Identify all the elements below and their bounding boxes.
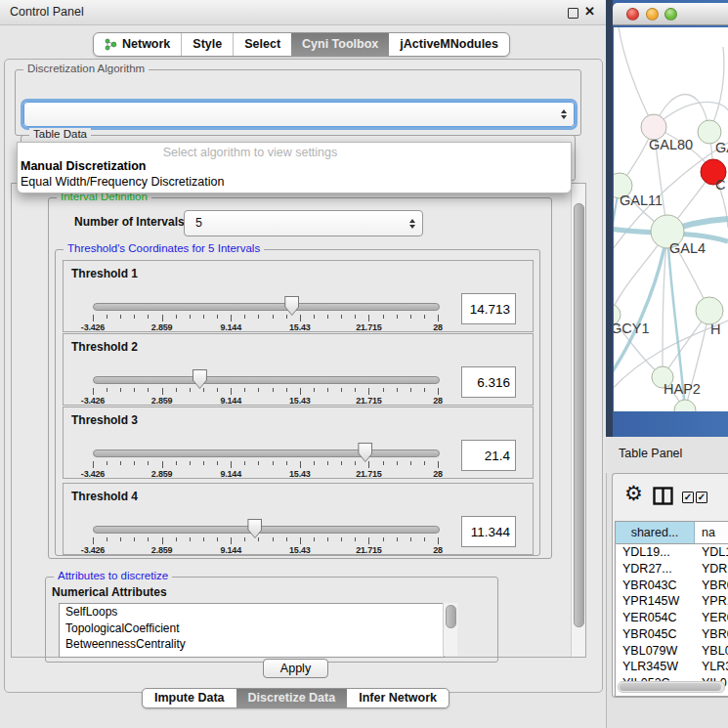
name-cell[interactable]: YPR1 <box>702 593 728 610</box>
number-of-intervals-select[interactable]: 5 <box>184 210 423 236</box>
minimize-traffic-light[interactable] <box>646 8 659 21</box>
apply-button[interactable]: Apply <box>263 659 328 678</box>
column-header-name[interactable]: na <box>695 522 728 543</box>
list-item[interactable]: SelfLoops <box>60 604 444 621</box>
list-item[interactable]: BetweennessCentrality <box>60 636 444 653</box>
tab-select[interactable]: Select <box>233 33 291 56</box>
slider-tick <box>244 461 245 465</box>
numerical-attributes-list[interactable]: SelfLoops TopologicalCoefficient Between… <box>59 603 445 658</box>
tab-impute-data[interactable]: Impute Data <box>143 689 236 707</box>
slider-thumb[interactable] <box>193 369 207 389</box>
name-cell[interactable]: YER0 <box>702 610 728 626</box>
slider-tick <box>148 537 149 541</box>
network-node-label: C <box>715 177 725 193</box>
threshold-value-field[interactable]: 14.713 <box>461 293 516 324</box>
threshold-value-field[interactable]: 6.316 <box>461 366 516 398</box>
slider-tick <box>314 537 315 541</box>
algorithm-dropdown-popup: Select algorithm to view settings Manual… <box>17 142 572 193</box>
tab-style[interactable]: Style <box>181 33 233 56</box>
slider-tick <box>148 315 149 319</box>
slider-tick-label: 9.144 <box>220 396 241 406</box>
table-row[interactable]: YER054CYER0 <box>616 610 728 626</box>
tab-cyni-toolbox-label: Cyni Toolbox <box>302 33 378 56</box>
name-cell[interactable]: YLR3 <box>702 659 728 675</box>
name-cell[interactable]: YBL0 <box>702 643 728 660</box>
tab-network[interactable]: Network <box>94 33 181 56</box>
close-traffic-light[interactable] <box>626 8 639 21</box>
shared-name-cell[interactable]: YPR145W <box>622 593 695 610</box>
name-cell[interactable]: YDR2 <box>702 561 728 578</box>
shared-name-cell[interactable]: YBL079W <box>622 643 695 660</box>
gear-icon[interactable]: ⚙ <box>624 482 643 505</box>
table-row[interactable]: YPR145WYPR1 <box>616 593 728 610</box>
network-node-label: GCY1 <box>614 321 650 336</box>
table-row[interactable]: YBL079WYBL0 <box>616 643 728 660</box>
threshold-panel: Threshold 1 -3.4262.8599.14415.4321.7152… <box>63 260 534 332</box>
slider-tick <box>438 461 439 468</box>
slider-thumb[interactable] <box>247 519 262 538</box>
table-row[interactable]: YLR345WYLR3 <box>616 659 728 675</box>
threshold-slider[interactable] <box>93 376 440 384</box>
shared-name-cell[interactable]: YBR045C <box>622 626 695 643</box>
slider-tick <box>162 315 163 321</box>
tab-style-label: Style <box>193 33 222 56</box>
column-header-shared-name[interactable]: shared... <box>616 522 695 543</box>
shared-name-cell[interactable]: YDL19... <box>622 544 695 561</box>
slider-thumb[interactable] <box>358 443 372 462</box>
settings-scrollbar[interactable] <box>571 184 585 657</box>
shared-name-cell[interactable]: YBR043C <box>622 578 695 594</box>
tab-infer-network[interactable]: Infer Network <box>347 689 449 707</box>
threshold-value-field[interactable]: 21.4 <box>461 440 516 471</box>
tab-discretize-data[interactable]: Discretize Data <box>236 689 348 707</box>
name-cell[interactable]: YDL1 <box>702 544 728 561</box>
zoom-traffic-light[interactable] <box>664 8 677 21</box>
network-node[interactable] <box>674 400 696 411</box>
tab-jactivemnodules[interactable]: jActiveMNodules <box>389 33 509 56</box>
slider-tick <box>273 315 274 319</box>
shared-name-cell[interactable]: YER054C <box>622 610 695 626</box>
slider-tick <box>231 537 232 544</box>
threshold-slider[interactable] <box>93 303 440 311</box>
attributes-list-scrollbar[interactable] <box>443 603 457 656</box>
float-window-icon[interactable] <box>568 8 578 19</box>
slider-tick <box>286 461 287 465</box>
table-row[interactable]: YBR045CYBR0 <box>616 626 728 643</box>
name-cell[interactable]: YBR0 <box>702 626 728 643</box>
checkbox-icon[interactable]: ✓ <box>696 492 707 503</box>
table-row[interactable]: YDL19...YDL1 <box>616 544 728 561</box>
close-icon[interactable]: ✕ <box>584 4 595 19</box>
slider-tick-label: 15.43 <box>289 396 311 406</box>
algorithm-select[interactable] <box>23 102 575 127</box>
network-node[interactable] <box>696 297 723 324</box>
threshold-slider[interactable] <box>93 526 440 534</box>
slider-tick-label: 15.43 <box>289 469 311 479</box>
tab-cyni-toolbox[interactable]: Cyni Toolbox <box>291 33 389 56</box>
slider-thumb[interactable] <box>284 296 299 316</box>
slider-tick <box>368 315 369 321</box>
list-item[interactable]: TopologicalCoefficient <box>60 621 444 637</box>
algorithm-option-manual[interactable]: Manual Discretization <box>21 159 147 173</box>
algorithm-prompt: Select algorithm to view settings <box>18 146 571 159</box>
table-row[interactable]: YBR043CYBR0 <box>616 578 728 594</box>
table-horizontal-scrollbar[interactable] <box>618 681 725 693</box>
slider-tick <box>273 388 274 392</box>
slider-tick <box>134 315 135 319</box>
node-table[interactable]: shared... na YDL19...YDL1YDR27...YDR2YBR… <box>615 521 728 697</box>
slider-tick <box>107 537 107 541</box>
column-layout-icon[interactable] <box>653 487 673 505</box>
slider-tick <box>120 388 121 392</box>
slider-tick <box>162 461 163 468</box>
threshold-slider[interactable] <box>93 450 440 457</box>
threshold-value-field[interactable]: 11.344 <box>461 516 516 547</box>
checkbox-icon[interactable]: ✓ <box>682 492 694 503</box>
shared-name-cell[interactable]: YDR27... <box>622 561 695 578</box>
slider-tick <box>410 461 411 465</box>
shared-name-cell[interactable]: YLR345W <box>622 659 695 675</box>
number-of-intervals-label: Number of Intervals <box>74 215 185 229</box>
slider-tick <box>244 315 245 319</box>
slider-tick <box>286 388 287 392</box>
algorithm-option-equal-width[interactable]: Equal Width/Frequency Discretization <box>21 175 224 189</box>
table-row[interactable]: YDR27...YDR2 <box>616 561 728 578</box>
name-cell[interactable]: YBR0 <box>702 578 728 594</box>
network-canvas[interactable]: GAL80GACGAL11GAL4HGCY1HAP2 <box>614 27 728 411</box>
